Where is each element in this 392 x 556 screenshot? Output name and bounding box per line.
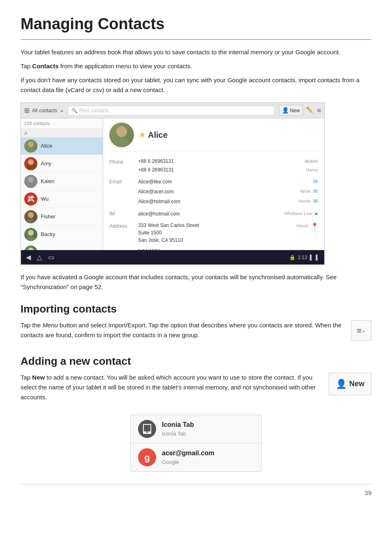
account-sub-tablet: Iconia Tab: [162, 430, 194, 438]
email-icon-2[interactable]: ✉: [313, 187, 318, 196]
find-contacts-placeholder: Find contacts: [79, 107, 108, 114]
menu-italic: Menu: [42, 322, 58, 329]
field-values-im: alice@hotmail.com Windows Live ●: [138, 209, 318, 219]
email-type-2: Work: [274, 188, 311, 195]
menu-icon[interactable]: ≡: [317, 106, 321, 116]
account-info-google: acer@gmail.com Google: [162, 448, 214, 466]
adding-text: Tap New to add a new contact. You will b…: [21, 373, 321, 402]
contacts-topbar: ⊞ All contacts ▲ 🔍 Find contacts 👤 New ✏…: [21, 103, 324, 118]
new-button-box[interactable]: 👤 New: [329, 373, 371, 395]
contacts-bold: Contacts: [32, 63, 58, 70]
address-row-1: 333 West San Carlos Street Suite 1500 Sa…: [138, 222, 318, 244]
contact-item-backy[interactable]: Backy: [21, 226, 103, 243]
find-contacts-search[interactable]: 🔍 Find contacts: [68, 106, 274, 116]
email-value-2: Alice@acer.com: [138, 188, 271, 195]
star-icon[interactable]: ★: [139, 130, 145, 141]
svg-point-2: [28, 159, 34, 165]
event-type-1: Birthday: [281, 248, 318, 250]
svg-point-6: [28, 212, 34, 218]
contact-item-amy[interactable]: Amy: [21, 155, 103, 173]
new-contact-person-icon: 👤: [336, 377, 347, 391]
svg-point-7: [26, 218, 36, 223]
email-icon-3[interactable]: ✉: [313, 197, 318, 206]
contact-name-kaien: Kaien: [41, 177, 54, 185]
email-type-3: Home: [274, 198, 311, 205]
address-value-1: 333 West San Carlos Street Suite 1500 Sa…: [138, 222, 269, 244]
email-icon-1[interactable]: ✉: [313, 177, 318, 186]
detail-header: ★ Alice: [109, 123, 318, 152]
status-bar: 🔒 1:13 ▌ ▌: [289, 254, 319, 261]
phone-type-1: Mobile: [281, 158, 318, 165]
svg-point-16: [116, 126, 127, 137]
hamburger-menu-icon: ≡: [357, 324, 362, 337]
im-value-1: alice@hotmail.com: [138, 210, 273, 218]
section-a-label: A: [21, 129, 103, 138]
import-text: Tap the Menu button and select Import/Ex…: [21, 320, 343, 340]
contact-item-alice[interactable]: Alice: [21, 137, 103, 155]
field-values-phone: +88 6 26963131 Mobile +88 6 26963131 Hom…: [138, 158, 318, 175]
contacts-grid-icon: ⊞: [24, 106, 30, 116]
account-name-tablet: Iconia Tab: [162, 420, 194, 430]
menu-box-arrow: ▲: [362, 328, 366, 334]
field-event: Event 5/04/1974 Birthday 12/29/1998 Anni…: [109, 248, 318, 250]
account-item-tablet[interactable]: Iconia Tab Iconia Tab: [131, 415, 261, 443]
menu-icon-box: ≡ ▲: [351, 320, 371, 341]
contacts-bottombar: ◀ △ ▭ 🔒 1:13 ▌ ▌: [21, 250, 324, 264]
intro-para3: If you don't have any contacts stored on…: [21, 75, 371, 95]
email-row-3: Alice@hotmail.com Home ✉: [138, 197, 318, 206]
edit-icon[interactable]: ✏️: [306, 106, 314, 115]
avatar-amy: [24, 157, 37, 170]
all-contacts-label[interactable]: All contacts: [32, 107, 57, 114]
avatar-backy: [24, 228, 37, 241]
field-email: Email Alice@like.com ✉ Alice@acer.com Wo…: [109, 177, 318, 207]
svg-point-3: [26, 165, 36, 170]
pin-icon: 📍: [311, 222, 318, 230]
phone-row-2: +88 6 26963131 Home: [138, 166, 318, 174]
event-row-1: 5/04/1974 Birthday: [138, 248, 318, 250]
new-btn-box-label: New: [349, 378, 364, 389]
contact-item-greenwood[interactable]: Greenwood: [21, 243, 103, 250]
event-value-1: 5/04/1974: [138, 248, 279, 250]
back-nav-icon[interactable]: ◀: [26, 253, 31, 262]
google-account-icon: g: [138, 448, 156, 466]
page-number: 39: [21, 484, 371, 498]
new-contact-button[interactable]: 👤 New: [279, 105, 303, 116]
contacts-screenshot: ⊞ All contacts ▲ 🔍 Find contacts 👤 New ✏…: [21, 102, 325, 265]
field-im: IM alice@hotmail.com Windows Live ●: [109, 209, 318, 219]
importing-title: Importing contacts: [21, 301, 371, 317]
field-label-email: Email: [109, 177, 138, 185]
email-row-2: Alice@acer.com Work ✉: [138, 187, 318, 196]
contact-item-fisher[interactable]: Fisher: [21, 208, 103, 226]
phone-type-2: Home: [281, 167, 318, 174]
contact-name-backy: Backy: [41, 230, 55, 239]
avatar-greenwood: [24, 246, 37, 250]
contact-count: 218 contacts: [21, 118, 103, 129]
account-sub-google: Google: [162, 458, 214, 466]
status-time: 1:13: [298, 254, 307, 261]
adding-section: Tap New to add a new contact. You will b…: [21, 373, 371, 406]
topbar-left: ⊞ All contacts ▲: [24, 106, 64, 116]
contacts-list: 218 contacts A Alice Amy: [21, 118, 103, 250]
im-icon: ●: [315, 209, 318, 218]
phone-row-1: +88 6 26963131 Mobile: [138, 158, 318, 165]
contact-item-kaien[interactable]: Kaien: [21, 173, 103, 190]
intro-para1: Your tablet features an address book tha…: [21, 47, 371, 57]
recent-apps-icon[interactable]: ▭: [48, 253, 54, 262]
email-row-1: Alice@like.com ✉: [138, 177, 318, 186]
dropdown-arrow-icon: ▲: [60, 107, 64, 114]
contact-item-wu[interactable]: 武 Wu: [21, 190, 103, 208]
battery-icon: ▌: [316, 254, 319, 261]
import-section: Tap the Menu button and select Import/Ex…: [21, 320, 371, 344]
field-label-im: IM: [109, 209, 138, 218]
svg-point-5: [26, 183, 36, 188]
new-bold: New: [32, 374, 45, 381]
home-nav-icon[interactable]: △: [37, 253, 42, 262]
account-item-google[interactable]: g acer@gmail.com Google: [131, 443, 261, 471]
intro-para2: Tap Contacts from the application menu t…: [21, 61, 371, 71]
field-values-address: 333 West San Carlos Street Suite 1500 Sa…: [138, 222, 318, 245]
address-type-1: Home: [272, 222, 309, 229]
new-button-label: New: [290, 107, 300, 114]
field-label-address: Address: [109, 222, 138, 230]
im-row-1: alice@hotmail.com Windows Live ●: [138, 209, 318, 218]
field-label-event: Event: [109, 248, 138, 250]
